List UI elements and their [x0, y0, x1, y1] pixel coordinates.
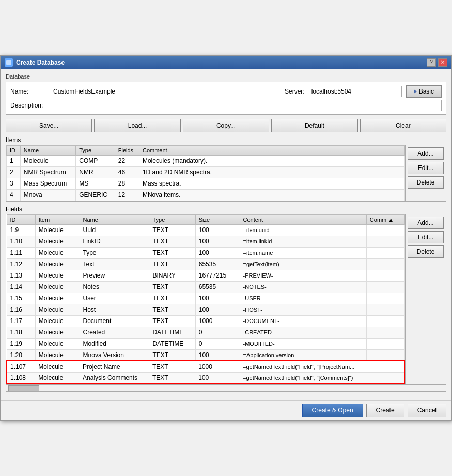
field-content: -MODIFIED- [240, 338, 366, 349]
fields-sidebar: Add... Edit... Delete [405, 214, 446, 385]
field-item: Molecule [35, 372, 80, 383]
items-row[interactable]: 1 Molecule COMP 22 Molecules (mandatory)… [7, 155, 405, 166]
field-comment [366, 327, 404, 338]
fields-row[interactable]: 1.12 Molecule Text TEXT 65535 =getText(i… [7, 258, 404, 270]
fields-row[interactable]: 1.10 Molecule LinkID TEXT 100 =item.link… [7, 236, 404, 247]
bottom-bar: Create & Open Create Cancel [1, 400, 451, 420]
field-comment [366, 361, 404, 372]
item-type: NMR [76, 166, 115, 178]
field-name: Document [80, 315, 149, 327]
field-id: 1.107 [7, 361, 35, 372]
fields-section-label: Fields [6, 206, 446, 213]
field-item: Molecule [35, 293, 80, 304]
fields-col-size: Size [195, 214, 240, 224]
fields-col-id: ID [7, 214, 35, 224]
field-name: Modified [80, 338, 149, 349]
items-delete-button[interactable]: Delete [408, 176, 444, 189]
field-name: Text [80, 258, 149, 270]
field-size: 100 [195, 236, 240, 247]
fields-table-scroll[interactable]: ID Item Name Type Size Content Comm ▲ [6, 214, 405, 385]
field-name: Created [80, 327, 149, 338]
fields-row[interactable]: 1.11 Molecule Type TEXT 100 =item.name [7, 247, 404, 258]
name-row: Name: Server: Basic [10, 85, 442, 98]
svg-rect-2 [7, 63, 10, 63]
field-id: 1.19 [7, 338, 35, 349]
field-comment [366, 236, 404, 247]
field-item: Molecule [35, 258, 80, 270]
create-database-dialog: Create Database ? ✕ Database Name: Serve… [0, 55, 452, 421]
h-scroll-thumb[interactable] [8, 385, 39, 391]
items-row[interactable]: 4 Mnova GENERIC 12 MNova items. [7, 189, 405, 201]
item-extra [224, 178, 405, 189]
field-content: =getNamedTextField("Field", "[ProjectNam… [240, 361, 366, 372]
items-edit-button[interactable]: Edit... [408, 162, 444, 174]
fields-edit-button[interactable]: Edit... [408, 231, 444, 243]
item-id: 2 [7, 166, 21, 178]
field-type: TEXT [149, 224, 195, 236]
fields-row[interactable]: 1.18 Molecule Created DATETIME 0 -CREATE… [7, 327, 404, 338]
field-content: =item.name [240, 247, 366, 258]
items-add-button[interactable]: Add... [408, 147, 444, 160]
field-content: -PREVIEW- [240, 270, 366, 281]
field-id: 1.16 [7, 304, 35, 315]
create-button[interactable]: Create [366, 404, 404, 417]
cancel-button[interactable]: Cancel [408, 404, 446, 417]
save-button[interactable]: Save... [6, 119, 92, 132]
item-extra [224, 189, 405, 201]
fields-delete-button[interactable]: Delete [408, 245, 444, 258]
field-content: -USER- [240, 293, 366, 304]
field-type: TEXT [149, 315, 195, 327]
create-open-button[interactable]: Create & Open [302, 404, 363, 417]
field-item: Molecule [35, 315, 80, 327]
horizontal-scrollbar[interactable] [6, 385, 446, 392]
items-row[interactable]: 3 Mass Spectrum MS 28 Mass spectra. [7, 178, 405, 189]
field-size: 65535 [195, 281, 240, 293]
field-type: DATETIME [149, 327, 195, 338]
fields-row[interactable]: 1.108 Molecule Analysis Comments TEXT 10… [7, 372, 404, 383]
field-comment [366, 270, 404, 281]
items-row[interactable]: 2 NMR Spectrum NMR 46 1D and 2D NMR spec… [7, 166, 405, 178]
field-id: 1.11 [7, 247, 35, 258]
name-input[interactable] [51, 86, 278, 97]
items-table: ID Name Type Fields Comment 1 Molecule [6, 145, 405, 201]
fields-row[interactable]: 1.15 Molecule User TEXT 100 -USER- [7, 293, 404, 304]
fields-section: Fields ID Item Name Type Size [6, 206, 446, 392]
item-comment: 1D and 2D NMR spectra. [139, 166, 224, 178]
fields-col-type: Type [149, 214, 195, 224]
fields-row[interactable]: 1.16 Molecule Host TEXT 100 -HOST- [7, 304, 404, 315]
description-input[interactable] [51, 100, 442, 111]
load-button[interactable]: Load... [94, 119, 180, 132]
fields-header-row: ID Item Name Type Size Content Comm ▲ [7, 214, 404, 224]
fields-row[interactable]: 1.9 Molecule Uuid TEXT 100 =item.uuid [7, 224, 404, 236]
basic-button[interactable]: Basic [406, 85, 442, 98]
items-col-extra [224, 145, 405, 155]
fields-add-button[interactable]: Add... [408, 217, 444, 229]
field-type: TEXT [149, 258, 195, 270]
field-type: TEXT [149, 247, 195, 258]
field-size: 100 [195, 247, 240, 258]
item-comment: Molecules (mandatory). [139, 155, 224, 166]
fields-row[interactable]: 1.13 Molecule Preview BINARY 16777215 -P… [7, 270, 404, 281]
field-item: Molecule [35, 270, 80, 281]
fields-row[interactable]: 1.14 Molecule Notes TEXT 65535 -NOTES- [7, 281, 404, 293]
fields-row[interactable]: 1.20 Molecule Mnova Version TEXT 100 =Ap… [7, 349, 404, 361]
item-extra [224, 166, 405, 178]
copy-button[interactable]: Copy... [183, 119, 269, 132]
field-size: 0 [195, 327, 240, 338]
field-id: 1.9 [7, 224, 35, 236]
clear-button[interactable]: Clear [360, 119, 446, 132]
field-item: Molecule [35, 281, 80, 293]
fields-row[interactable]: 1.107 Molecule Project Name TEXT 1000 =g… [7, 361, 404, 372]
server-input[interactable] [309, 86, 402, 97]
field-size: 100 [195, 293, 240, 304]
field-name: Host [80, 304, 149, 315]
close-button[interactable]: ✕ [438, 58, 447, 67]
field-name: Notes [80, 281, 149, 293]
fields-row[interactable]: 1.17 Molecule Document TEXT 1000 -DOCUME… [7, 315, 404, 327]
help-button[interactable]: ? [427, 58, 436, 67]
field-content: -NOTES- [240, 281, 366, 293]
description-label: Description: [10, 102, 46, 109]
default-button[interactable]: Default [271, 119, 357, 132]
field-id: 1.108 [7, 372, 35, 383]
fields-row[interactable]: 1.19 Molecule Modified DATETIME 0 -MODIF… [7, 338, 404, 349]
